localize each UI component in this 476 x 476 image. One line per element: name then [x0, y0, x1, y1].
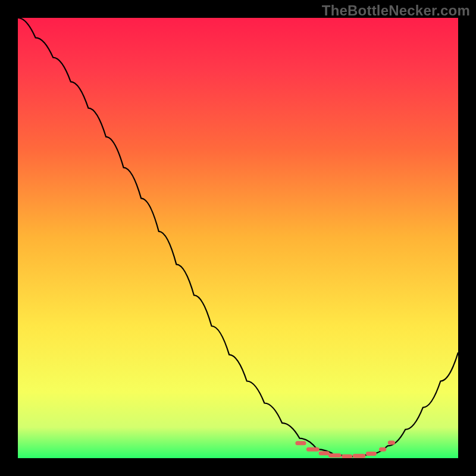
chart-container: TheBottleNecker.com	[0, 0, 476, 476]
gradient-background	[18, 18, 458, 458]
bottleneck-chart	[18, 18, 458, 458]
watermark-text: TheBottleNecker.com	[322, 2, 470, 19]
